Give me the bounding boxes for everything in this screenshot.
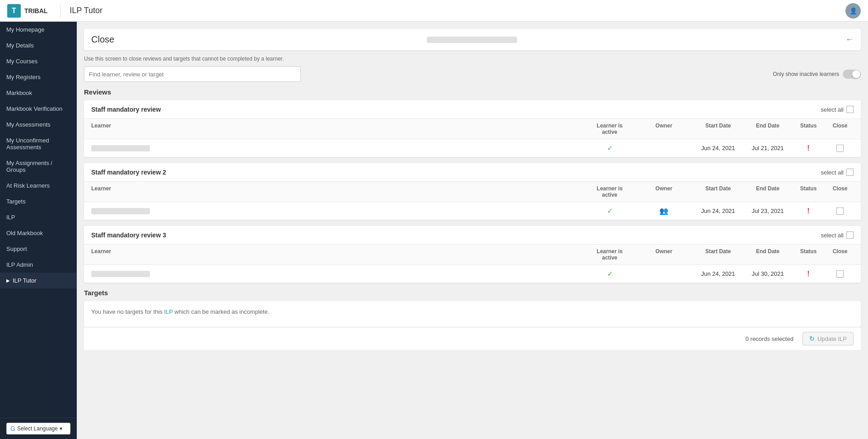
sidebar-label-at-risk-learners: At Risk Learners <box>6 182 50 189</box>
sidebar-label-markbook: Markbook <box>6 90 32 96</box>
review-2-col-close: Close <box>826 185 854 198</box>
sidebar-label-markbook-verification: Markbook Verification <box>6 105 62 112</box>
start-date-cell: Jun 24, 2021 <box>691 208 745 214</box>
sidebar-item-my-registers[interactable]: My Registers <box>0 69 77 85</box>
table-row: ✓ 👥 Jun 24, 2021 Jul 23, 2021 ! <box>84 202 861 220</box>
review-card-2: Staff mandatory review 2 select all Lear… <box>84 163 861 220</box>
review-1-col-status: Status <box>790 123 826 135</box>
page-title-redacted <box>427 37 517 43</box>
review-1-col-active: Learner isactive <box>583 123 637 135</box>
learner-cell <box>91 208 583 214</box>
sidebar-item-my-assignment-groups[interactable]: My Assignments / Groups <box>0 155 77 178</box>
review-2-col-owner: Owner <box>637 185 691 198</box>
avatar[interactable]: 👤 <box>845 3 861 19</box>
review-card-2-header: Staff mandatory review 2 select all <box>84 163 861 182</box>
sidebar-item-my-assessments[interactable]: My Assessments <box>0 117 77 132</box>
sidebar: My Homepage My Details My Courses My Reg… <box>0 22 77 439</box>
sidebar-label-old-markbook: Old Markbook <box>6 230 43 236</box>
close-cell <box>826 145 854 152</box>
loading-icon: ↻ <box>809 335 815 342</box>
sidebar-item-my-details[interactable]: My Details <box>0 38 77 53</box>
sidebar-label-my-homepage: My Homepage <box>6 26 45 33</box>
review-1-select-all-label: select all <box>821 106 844 113</box>
targets-card: You have no targets for this ILP which c… <box>84 301 861 327</box>
sidebar-item-ilp-tutor[interactable]: ▶ ILP Tutor <box>0 273 77 288</box>
review-3-col-status: Status <box>790 248 826 261</box>
check-icon: ✓ <box>607 269 613 278</box>
sidebar-item-markbook[interactable]: Markbook <box>0 85 77 101</box>
review-2-col-status: Status <box>790 185 826 198</box>
search-row: Only show inactive learners <box>84 66 861 82</box>
targets-section-title: Targets <box>84 289 861 297</box>
close-checkbox[interactable] <box>836 270 844 278</box>
records-selected-count: 0 records selected <box>746 335 793 342</box>
review-2-select-all-label: select all <box>821 169 844 176</box>
review-card-1-header: Staff mandatory review select all <box>84 100 861 119</box>
google-icon: G <box>10 425 15 432</box>
page-subtitle: Use this screen to close reviews and tar… <box>84 56 861 62</box>
end-date-cell: Jul 21, 2021 <box>745 145 790 151</box>
review-2-select-all-area: select all <box>821 169 854 176</box>
sidebar-item-targets[interactable]: Targets <box>0 194 77 209</box>
review-3-col-learner: Learner <box>91 248 583 261</box>
review-1-title: Staff mandatory review <box>91 106 821 113</box>
close-cell <box>826 270 854 278</box>
review-2-select-all-checkbox[interactable] <box>846 169 854 176</box>
select-language-button[interactable]: G Select Language ▾ <box>6 423 70 434</box>
check-icon: ✓ <box>607 207 613 215</box>
select-language-label: Select Language <box>17 425 58 432</box>
toggle-knob <box>852 70 860 78</box>
review-2-col-end: End Date <box>745 185 790 198</box>
sidebar-item-ilp[interactable]: ILP <box>0 209 77 225</box>
review-1-col-learner: Learner <box>91 123 583 135</box>
inactive-learners-toggle[interactable] <box>843 70 861 79</box>
table-row: ✓ Jun 24, 2021 Jul 30, 2021 ! <box>84 265 861 283</box>
sidebar-item-markbook-verification[interactable]: Markbook Verification <box>0 101 77 117</box>
review-2-col-learner: Learner <box>91 185 583 198</box>
search-input[interactable] <box>84 66 301 82</box>
learner-cell <box>91 145 583 151</box>
sidebar-item-my-courses[interactable]: My Courses <box>0 53 77 69</box>
sidebar-item-at-risk-learners[interactable]: At Risk Learners <box>0 178 77 194</box>
sidebar-item-support[interactable]: Support <box>0 241 77 257</box>
close-checkbox[interactable] <box>836 208 844 215</box>
status-cell: ! <box>790 270 826 278</box>
sidebar-item-old-markbook[interactable]: Old Markbook <box>0 225 77 241</box>
start-date-cell: Jun 24, 2021 <box>691 145 745 151</box>
sidebar-item-ilp-admin[interactable]: ILP Admin <box>0 257 77 273</box>
sidebar-item-my-homepage[interactable]: My Homepage <box>0 22 77 38</box>
review-3-col-close: Close <box>826 248 854 261</box>
back-button[interactable]: ← <box>845 35 854 44</box>
review-1-select-all-area: select all <box>821 106 854 113</box>
logo-brand: TRIBAL <box>24 7 47 14</box>
sidebar-label-support: Support <box>6 245 27 252</box>
sidebar-label-targets: Targets <box>6 198 26 205</box>
table-row: ✓ Jun 24, 2021 Jul 21, 2021 ! <box>84 139 861 157</box>
page-title: Close <box>91 34 420 45</box>
sidebar-item-my-unconfirmed-assessments[interactable]: My Unconfirmed Assessments <box>0 132 77 155</box>
learner-redacted <box>91 271 150 277</box>
review-3-select-all-checkbox[interactable] <box>846 231 854 239</box>
review-card-3: Staff mandatory review 3 select all Lear… <box>84 226 861 283</box>
footer-bar: 0 records selected ↻ Update ILP <box>84 327 861 350</box>
review-3-select-all-label: select all <box>821 232 844 239</box>
page-header: Close ← <box>84 29 861 50</box>
sidebar-label-my-courses: My Courses <box>6 58 37 65</box>
update-ilp-button[interactable]: ↻ Update ILP <box>803 332 854 345</box>
close-checkbox[interactable] <box>836 145 844 152</box>
start-date-cell: Jun 24, 2021 <box>691 270 745 277</box>
main-layout: My Homepage My Details My Courses My Reg… <box>0 22 868 439</box>
sidebar-footer: G Select Language ▾ <box>0 418 77 439</box>
exclamation-icon: ! <box>807 207 809 215</box>
review-1-select-all-checkbox[interactable] <box>846 106 854 113</box>
review-card-3-header: Staff mandatory review 3 select all <box>84 226 861 245</box>
active-cell: ✓ <box>583 207 637 215</box>
ilp-link[interactable]: ILP <box>164 308 173 315</box>
logo: T TRIBAL <box>7 4 47 18</box>
review-3-col-start: Start Date <box>691 248 745 261</box>
sidebar-label-my-assessments: My Assessments <box>6 121 51 128</box>
exclamation-icon: ! <box>807 144 809 152</box>
review-3-table-header: Learner Learner isactive Owner Start Dat… <box>84 245 861 265</box>
review-1-col-owner: Owner <box>637 123 691 135</box>
exclamation-icon: ! <box>807 270 809 278</box>
